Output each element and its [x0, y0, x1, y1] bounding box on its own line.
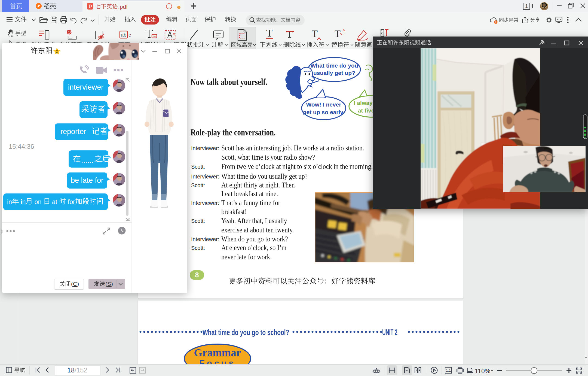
svg-text:usually get up?: usually get up? [313, 70, 355, 76]
svg-text:ab: ab [121, 32, 126, 38]
svg-text:T: T [266, 28, 272, 39]
svg-text:T: T [312, 29, 318, 39]
svg-text:Z: Z [56, 50, 58, 54]
svg-text:c: c [128, 32, 131, 38]
svg-text:at five: at five [358, 107, 373, 114]
svg-text:Wow! I never: Wow! I never [306, 101, 341, 108]
svg-text:1:1: 1:1 [446, 368, 451, 372]
svg-text:!: ! [495, 21, 496, 24]
svg-text:Grammar: Grammar [194, 347, 241, 359]
svg-text:I always: I always [354, 100, 373, 106]
svg-text:Focus: Focus [199, 358, 236, 364]
svg-text:What time do you: What time do you [311, 62, 358, 69]
svg-text:1: 1 [525, 4, 528, 9]
svg-text:T: T [335, 29, 341, 39]
svg-text:get up so early.: get up so early. [303, 109, 345, 115]
svg-text:T: T [286, 28, 293, 40]
